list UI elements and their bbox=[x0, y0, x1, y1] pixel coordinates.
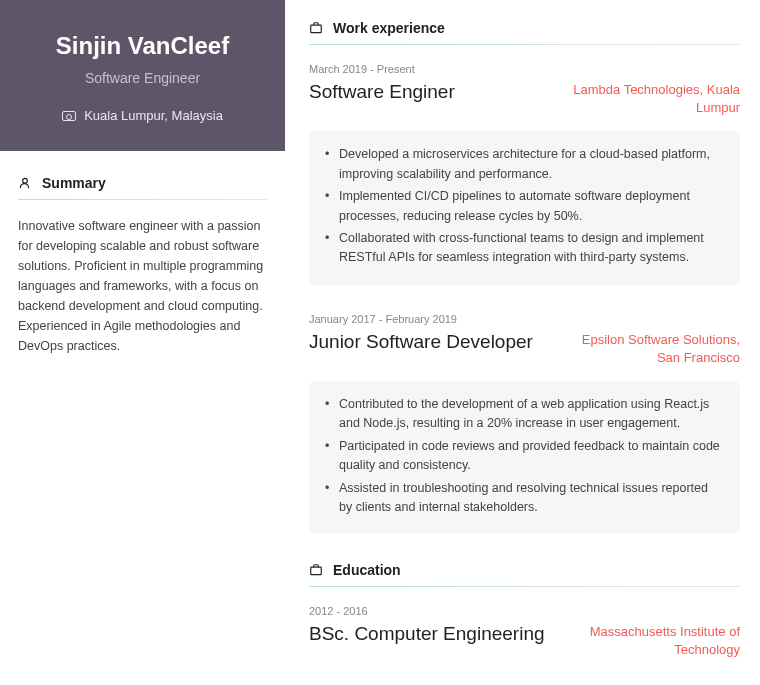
briefcase-icon bbox=[309, 21, 323, 35]
experience-header: Work experience bbox=[309, 20, 740, 36]
education-section: Education 2012 - 2016 BSc. Computer Engi… bbox=[309, 562, 740, 659]
location-icon bbox=[62, 111, 76, 121]
job-header: Software Enginer Lambda Technologies, Ku… bbox=[309, 81, 740, 117]
job-entry: January 2017 - February 2019 Junior Soft… bbox=[309, 313, 740, 535]
education-entry: 2012 - 2016 BSc. Computer Engineering Ma… bbox=[309, 605, 740, 659]
main-content: Work experience March 2019 - Present Sof… bbox=[285, 0, 760, 685]
svg-point-0 bbox=[23, 178, 28, 183]
job-details: Contributed to the development of a web … bbox=[309, 381, 740, 534]
job-dates: January 2017 - February 2019 bbox=[309, 313, 740, 325]
sidebar: Sinjin VanCleef Software Engineer Kuala … bbox=[0, 0, 285, 685]
profile-title: Software Engineer bbox=[20, 70, 265, 86]
svg-rect-1 bbox=[311, 25, 322, 33]
summary-heading: Summary bbox=[42, 175, 106, 191]
summary-section: Summary Innovative software engineer wit… bbox=[0, 151, 285, 380]
education-heading: Education bbox=[333, 562, 401, 578]
summary-header: Summary bbox=[18, 175, 267, 191]
education-title: BSc. Computer Engineering bbox=[309, 623, 545, 645]
summary-divider bbox=[18, 199, 267, 200]
education-divider bbox=[309, 586, 740, 587]
job-title: Software Enginer bbox=[309, 81, 455, 103]
job-company: Lambda Technologies, Kuala Lumpur bbox=[560, 81, 740, 117]
job-company: Epsilon Software Solutions, San Francisc… bbox=[560, 331, 740, 367]
job-details: Developed a microservices architecture f… bbox=[309, 131, 740, 284]
resume-container: Sinjin VanCleef Software Engineer Kuala … bbox=[0, 0, 760, 685]
job-bullet: Participated in code reviews and provide… bbox=[339, 437, 722, 476]
briefcase-icon bbox=[309, 563, 323, 577]
svg-rect-2 bbox=[311, 567, 322, 575]
job-bullet: Assisted in troubleshooting and resolvin… bbox=[339, 479, 722, 518]
education-header: Education bbox=[309, 562, 740, 578]
job-title: Junior Software Developer bbox=[309, 331, 533, 353]
person-icon bbox=[18, 176, 32, 190]
job-bullet: Implemented CI/CD pipelines to automate … bbox=[339, 187, 722, 226]
education-institution: Massachusetts Institute of Technology bbox=[560, 623, 740, 659]
job-dates: March 2019 - Present bbox=[309, 63, 740, 75]
profile-name: Sinjin VanCleef bbox=[20, 32, 265, 60]
job-bullet: Collaborated with cross-functional teams… bbox=[339, 229, 722, 268]
summary-text: Innovative software engineer with a pass… bbox=[18, 216, 267, 356]
education-entry-header: BSc. Computer Engineering Massachusetts … bbox=[309, 623, 740, 659]
profile-header: Sinjin VanCleef Software Engineer Kuala … bbox=[0, 0, 285, 151]
experience-divider bbox=[309, 44, 740, 45]
job-bullet: Developed a microservices architecture f… bbox=[339, 145, 722, 184]
job-bullet: Contributed to the development of a web … bbox=[339, 395, 722, 434]
location-text: Kuala Lumpur, Malaysia bbox=[84, 108, 223, 123]
job-entry: March 2019 - Present Software Enginer La… bbox=[309, 63, 740, 285]
profile-location: Kuala Lumpur, Malaysia bbox=[20, 108, 265, 123]
job-header: Junior Software Developer Epsilon Softwa… bbox=[309, 331, 740, 367]
education-dates: 2012 - 2016 bbox=[309, 605, 740, 617]
experience-heading: Work experience bbox=[333, 20, 445, 36]
